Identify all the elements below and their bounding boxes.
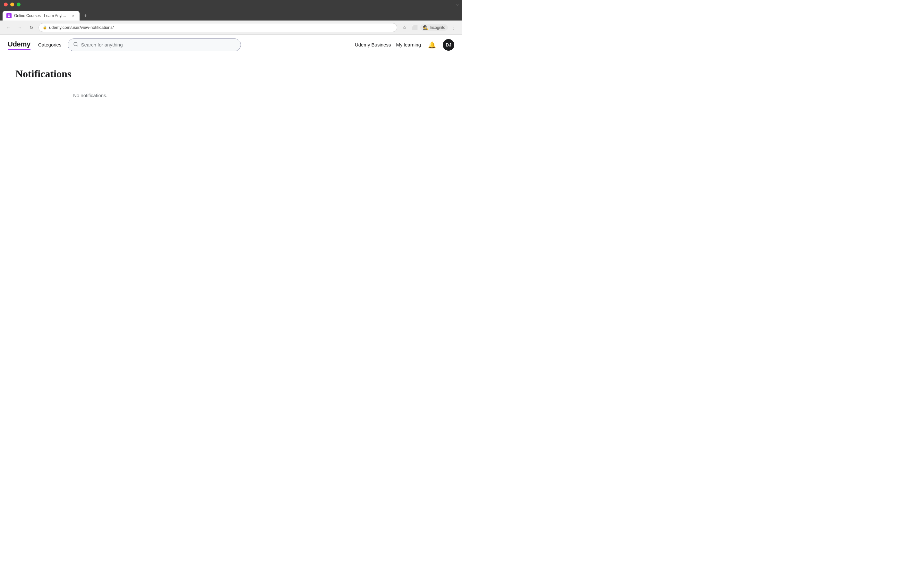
user-avatar[interactable]: DJ: [443, 39, 454, 51]
site-content: Udemy Categories Search for anything Ude…: [0, 35, 462, 111]
close-traffic-light[interactable]: [4, 3, 8, 6]
my-learning-link[interactable]: My learning: [396, 42, 421, 47]
split-view-button[interactable]: ⬜: [410, 23, 419, 32]
page-title: Notifications: [15, 68, 370, 80]
tab-favicon: U: [6, 13, 11, 18]
maximize-traffic-light[interactable]: [17, 3, 21, 6]
bell-icon: 🔔: [428, 41, 436, 49]
browser-toolbar: ← → ↻ 🔒 udemy.com/user/view-notification…: [0, 21, 462, 35]
empty-state-message: No notifications.: [73, 93, 370, 98]
back-button[interactable]: ←: [4, 23, 13, 32]
svg-line-1: [77, 45, 78, 46]
browser-titlebar: [0, 0, 462, 9]
url-text: udemy.com/user/view-notifications/: [49, 25, 393, 30]
udemy-logo[interactable]: Udemy: [8, 40, 31, 50]
svg-point-0: [74, 42, 78, 46]
search-bar[interactable]: Search for anything: [68, 39, 241, 51]
back-icon: ←: [6, 25, 11, 30]
refresh-icon: ↻: [29, 25, 33, 30]
lock-icon: 🔒: [43, 25, 47, 29]
logo-text: Udemy: [8, 40, 31, 50]
minimize-traffic-light[interactable]: [10, 3, 14, 6]
toolbar-actions: ☆ ⬜ 🕵 Incognito ⋮: [400, 23, 458, 32]
incognito-badge: 🕵 Incognito: [420, 24, 448, 31]
tab-title: Online Courses - Learn Anythi...: [14, 13, 68, 18]
address-bar[interactable]: 🔒 udemy.com/user/view-notifications/: [39, 23, 397, 32]
tab-close-button[interactable]: ×: [71, 13, 76, 18]
more-options-icon: ⋮: [451, 25, 456, 31]
bookmark-button[interactable]: ☆: [400, 23, 409, 32]
forward-icon: →: [18, 25, 22, 30]
nav-right: Udemy Business My learning 🔔 DJ: [355, 39, 454, 51]
bookmark-icon: ☆: [402, 25, 407, 31]
udemy-business-link[interactable]: Udemy Business: [355, 42, 391, 47]
tabs-chevron-icon[interactable]: ⌄: [456, 1, 459, 6]
main-content: Notifications No notifications.: [0, 55, 385, 111]
search-icon: [73, 42, 78, 48]
new-tab-button[interactable]: +: [81, 11, 90, 21]
more-options-button[interactable]: ⋮: [449, 23, 458, 32]
active-tab[interactable]: U Online Courses - Learn Anythi... ×: [3, 11, 79, 21]
forward-button[interactable]: →: [15, 23, 24, 32]
refresh-button[interactable]: ↻: [27, 23, 36, 32]
site-nav: Udemy Categories Search for anything Ude…: [0, 35, 462, 55]
incognito-label: Incognito: [430, 25, 445, 30]
browser-tabs: U Online Courses - Learn Anythi... × + ⌄: [0, 9, 462, 21]
categories-nav-item[interactable]: Categories: [37, 42, 63, 47]
incognito-icon: 🕵: [423, 25, 428, 30]
search-placeholder-text: Search for anything: [81, 42, 123, 47]
split-view-icon: ⬜: [412, 25, 418, 31]
notification-bell-button[interactable]: 🔔: [426, 39, 438, 51]
